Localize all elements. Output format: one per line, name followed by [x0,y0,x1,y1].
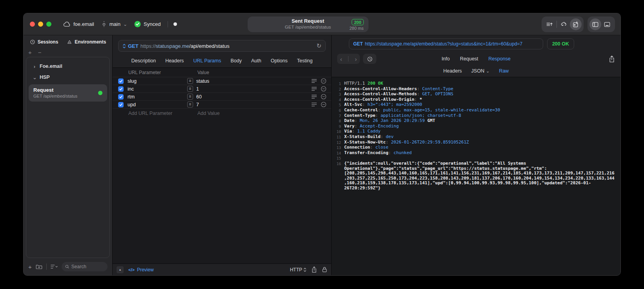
param-row-slug[interactable]: slug = status [113,77,331,85]
minimize-window-button[interactable] [38,22,43,27]
format-lines-icon[interactable] [312,95,317,99]
param-value[interactable]: 7 [196,102,312,107]
request-tab-body[interactable]: Body [230,58,242,64]
history-button[interactable] [363,54,376,64]
request-tab-auth[interactable]: Auth [251,58,261,64]
share-icon[interactable] [311,266,317,273]
search-input[interactable] [71,264,104,269]
response-line: 12X-Status-Now-Utc: 2026-01-26T20:29:59.… [336,140,616,145]
format-lines-icon[interactable] [312,102,317,107]
project-selector[interactable]: foe.email [63,21,94,27]
remove-session-button[interactable]: − [38,49,42,55]
request-list-item-selected[interactable]: Request GET /api/embed/status [29,84,107,102]
format-lines-icon[interactable] [312,87,317,91]
line-content: HTTP/1.1 200 OK [344,81,616,87]
add-session-button[interactable]: + [28,49,32,55]
request-tab-testing[interactable]: Testing [297,58,313,64]
param-row-upd[interactable]: upd = 7 [113,101,331,109]
param-value[interactable]: 1 [196,86,312,92]
header-value: 2026-01-26T20:29:59.859105261Z [391,140,469,145]
request-tab-url-params[interactable]: URL Params [193,58,221,64]
sync-status[interactable]: Synced [134,21,161,27]
new-group-button[interactable] [36,264,42,269]
add-value-placeholder[interactable]: Add Value [197,111,220,116]
request-tab-headers[interactable]: Headers [165,58,184,64]
request-url-bar[interactable]: GET https://statuspage.me/api/embed/stat… [118,40,326,52]
response-line: 15 [336,156,616,161]
search-box[interactable] [62,262,108,271]
request-tab-description[interactable]: Description [131,58,156,64]
response-view-tab-json[interactable]: JSON⌄ [471,68,490,74]
toggle-sidebar-button[interactable] [589,18,601,30]
app-window: foe.email main ⌄ Synced Sent Request GET… [23,13,621,276]
titlebar-divider [168,21,168,27]
param-value[interactable]: status [196,78,312,84]
code-icon: </> [128,267,135,272]
branch-selector[interactable]: main ⌄ [101,21,127,27]
resend-request-icon[interactable]: ↻ [316,42,321,49]
param-row-actions [312,86,331,92]
toolbar-group-request [542,16,584,32]
import-response-button[interactable] [570,18,582,30]
line-number: 7 [336,113,344,119]
expand-panel-button[interactable]: ▲ [117,266,124,273]
close-window-button[interactable] [30,22,35,27]
method-selector[interactable]: GET [128,43,139,49]
line-number: 9 [336,124,344,129]
protocol-label: HTTP [290,267,302,273]
sidebar-tabs: Sessions Environments [24,35,112,49]
param-value[interactable]: 60 [196,94,312,100]
sent-request-pill[interactable]: Sent Request GET /api/embed/status 200 2… [248,16,369,32]
tree-item-foe-email[interactable]: › Foe.email [28,61,108,71]
check-icon [119,95,123,99]
param-name[interactable]: inc [128,86,187,92]
param-checkbox[interactable] [118,102,124,107]
param-name[interactable]: slug [128,78,187,84]
url-scheme: https:// [140,43,156,49]
sort-requests-button[interactable] [544,18,555,30]
forward-button[interactable]: › [355,56,357,62]
remove-param-icon[interactable] [321,102,327,107]
traffic-lights [30,22,51,27]
toggle-bottom-panel-button[interactable] [601,18,613,30]
modified-indicator-dot [173,22,177,26]
param-row-rtm[interactable]: rtm = 60 [113,93,331,101]
add-param-row[interactable]: Add URL Parameter Add Value [113,109,331,118]
share-icon[interactable] [609,55,615,63]
protocol-selector[interactable]: HTTP [290,267,306,273]
request-tab-options[interactable]: Options [271,58,288,64]
list-options-button[interactable] [51,264,58,269]
remove-param-icon[interactable] [321,78,327,84]
lock-icon[interactable] [322,266,327,273]
response-view-tab-raw[interactable]: Raw [499,68,509,74]
list-filter-icon [51,264,58,269]
tab-environments[interactable]: Environments [67,39,106,45]
response-tab-info[interactable]: Info [441,56,450,62]
response-view-tab-headers[interactable]: Headers [443,68,462,74]
param-checkbox[interactable] [118,86,124,92]
remove-param-icon[interactable] [321,86,327,92]
param-name[interactable]: rtm [128,94,187,100]
param-row-inc[interactable]: inc = 1 [113,85,331,93]
format-lines-icon[interactable] [312,79,317,83]
response-tab-response[interactable]: Response [489,56,511,62]
tree-item-hsp[interactable]: ⌄ HSP [28,72,108,82]
dynamic-values-button[interactable] [558,18,570,30]
new-request-button[interactable]: + [28,264,32,270]
tab-sessions[interactable]: Sessions [30,39,58,45]
add-param-placeholder[interactable]: Add URL Parameter [128,111,172,116]
back-button[interactable]: ‹ [340,56,342,62]
response-tab-request[interactable]: Request [460,56,478,62]
param-name[interactable]: upd [128,102,187,107]
line-content: Vary: Accept-Encoding [344,124,616,129]
param-row-actions [312,102,331,107]
view-tab-label: JSON [471,68,484,74]
request-url[interactable]: https://statuspage.me/api/embed/status [140,43,230,49]
titlebar-toolbar [542,16,615,32]
param-checkbox[interactable] [118,78,124,84]
preview-button[interactable]: </> Preview [128,267,154,273]
header-separator: : [375,113,380,118]
param-checkbox[interactable] [118,94,124,100]
remove-param-icon[interactable] [321,94,327,100]
zoom-window-button[interactable] [46,22,51,27]
